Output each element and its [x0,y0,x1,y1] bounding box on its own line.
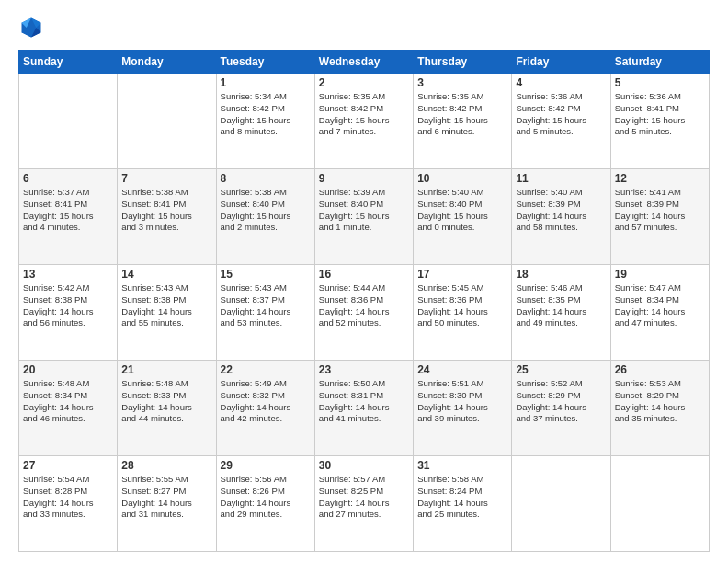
day-number: 8 [221,172,311,185]
day-number: 12 [615,172,705,185]
calendar-cell: 11Sunrise: 5:40 AM Sunset: 8:39 PM Dayli… [512,169,610,265]
calendar-cell: 21Sunrise: 5:48 AM Sunset: 8:33 PM Dayli… [118,361,216,456]
calendar-cell: 16Sunrise: 5:44 AM Sunset: 8:36 PM Dayli… [314,265,413,361]
day-info: Sunrise: 5:49 AM Sunset: 8:32 PM Dayligh… [221,378,311,425]
day-info: Sunrise: 5:41 AM Sunset: 8:39 PM Dayligh… [615,187,705,234]
day-info: Sunrise: 5:53 AM Sunset: 8:29 PM Dayligh… [615,378,705,425]
calendar-cell: 30Sunrise: 5:57 AM Sunset: 8:25 PM Dayli… [314,456,413,552]
calendar-cell [610,456,709,552]
day-number: 31 [417,459,507,472]
day-number: 7 [121,172,211,185]
day-number: 28 [121,459,211,472]
calendar-week-row: 13Sunrise: 5:42 AM Sunset: 8:38 PM Dayli… [19,265,710,361]
day-number: 6 [23,172,113,185]
calendar-cell: 7Sunrise: 5:38 AM Sunset: 8:41 PM Daylig… [118,169,216,265]
weekday-header: Friday [512,51,610,74]
calendar-cell: 26Sunrise: 5:53 AM Sunset: 8:29 PM Dayli… [610,361,709,456]
calendar-cell: 8Sunrise: 5:38 AM Sunset: 8:40 PM Daylig… [216,169,314,265]
day-number: 24 [417,363,507,376]
calendar-cell: 20Sunrise: 5:48 AM Sunset: 8:34 PM Dayli… [19,361,118,456]
day-info: Sunrise: 5:36 AM Sunset: 8:42 PM Dayligh… [516,91,606,138]
day-info: Sunrise: 5:52 AM Sunset: 8:29 PM Dayligh… [516,378,606,425]
logo-icon [18,15,44,40]
day-number: 11 [516,172,606,185]
calendar-cell: 3Sunrise: 5:35 AM Sunset: 8:42 PM Daylig… [414,74,512,169]
calendar-cell: 29Sunrise: 5:56 AM Sunset: 8:26 PM Dayli… [216,456,314,552]
day-info: Sunrise: 5:48 AM Sunset: 8:34 PM Dayligh… [23,378,113,425]
day-number: 21 [121,363,211,376]
calendar-cell: 25Sunrise: 5:52 AM Sunset: 8:29 PM Dayli… [512,361,610,456]
weekday-header: Sunday [19,51,118,74]
day-number: 26 [615,363,705,376]
day-number: 3 [417,76,507,89]
day-info: Sunrise: 5:38 AM Sunset: 8:41 PM Dayligh… [121,187,211,234]
day-info: Sunrise: 5:42 AM Sunset: 8:38 PM Dayligh… [23,282,113,329]
day-number: 22 [221,363,311,376]
calendar-cell [512,456,610,552]
day-number: 9 [319,172,409,185]
day-info: Sunrise: 5:45 AM Sunset: 8:36 PM Dayligh… [417,282,507,329]
calendar-cell: 19Sunrise: 5:47 AM Sunset: 8:34 PM Dayli… [610,265,709,361]
day-info: Sunrise: 5:51 AM Sunset: 8:30 PM Dayligh… [417,378,507,425]
day-info: Sunrise: 5:46 AM Sunset: 8:35 PM Dayligh… [516,282,606,329]
day-info: Sunrise: 5:47 AM Sunset: 8:34 PM Dayligh… [615,282,705,329]
calendar-cell: 23Sunrise: 5:50 AM Sunset: 8:31 PM Dayli… [314,361,413,456]
calendar-cell: 1Sunrise: 5:34 AM Sunset: 8:42 PM Daylig… [216,74,314,169]
calendar-week-row: 27Sunrise: 5:54 AM Sunset: 8:28 PM Dayli… [19,456,710,552]
calendar-cell: 27Sunrise: 5:54 AM Sunset: 8:28 PM Dayli… [19,456,118,552]
calendar-cell: 5Sunrise: 5:36 AM Sunset: 8:41 PM Daylig… [610,74,709,169]
day-number: 18 [516,268,606,281]
day-info: Sunrise: 5:38 AM Sunset: 8:40 PM Dayligh… [221,187,311,234]
day-number: 13 [23,268,113,281]
day-info: Sunrise: 5:54 AM Sunset: 8:28 PM Dayligh… [23,474,113,521]
day-info: Sunrise: 5:44 AM Sunset: 8:36 PM Dayligh… [319,282,409,329]
day-number: 30 [319,459,409,472]
day-info: Sunrise: 5:50 AM Sunset: 8:31 PM Dayligh… [319,378,409,425]
day-info: Sunrise: 5:43 AM Sunset: 8:38 PM Dayligh… [121,282,211,329]
weekday-header: Monday [118,51,216,74]
day-number: 1 [221,76,311,89]
day-info: Sunrise: 5:36 AM Sunset: 8:41 PM Dayligh… [615,91,705,138]
day-number: 17 [417,268,507,281]
calendar-cell: 18Sunrise: 5:46 AM Sunset: 8:35 PM Dayli… [512,265,610,361]
calendar-cell: 2Sunrise: 5:35 AM Sunset: 8:42 PM Daylig… [314,74,413,169]
weekday-header: Thursday [414,51,512,74]
day-info: Sunrise: 5:57 AM Sunset: 8:25 PM Dayligh… [319,474,409,521]
weekday-header-row: SundayMondayTuesdayWednesdayThursdayFrid… [19,51,710,74]
weekday-header: Tuesday [216,51,314,74]
day-number: 23 [319,363,409,376]
day-info: Sunrise: 5:43 AM Sunset: 8:37 PM Dayligh… [221,282,311,329]
calendar-cell: 12Sunrise: 5:41 AM Sunset: 8:39 PM Dayli… [610,169,709,265]
calendar-week-row: 6Sunrise: 5:37 AM Sunset: 8:41 PM Daylig… [19,169,710,265]
header [18,15,710,40]
calendar-week-row: 20Sunrise: 5:48 AM Sunset: 8:34 PM Dayli… [19,361,710,456]
day-info: Sunrise: 5:48 AM Sunset: 8:33 PM Dayligh… [121,378,211,425]
day-number: 27 [23,459,113,472]
logo [18,15,48,40]
day-info: Sunrise: 5:40 AM Sunset: 8:40 PM Dayligh… [417,187,507,234]
weekday-header: Saturday [610,51,709,74]
calendar-cell: 31Sunrise: 5:58 AM Sunset: 8:24 PM Dayli… [414,456,512,552]
calendar-cell: 9Sunrise: 5:39 AM Sunset: 8:40 PM Daylig… [314,169,413,265]
calendar-week-row: 1Sunrise: 5:34 AM Sunset: 8:42 PM Daylig… [19,74,710,169]
day-info: Sunrise: 5:58 AM Sunset: 8:24 PM Dayligh… [417,474,507,521]
calendar: SundayMondayTuesdayWednesdayThursdayFrid… [18,50,710,552]
calendar-cell: 15Sunrise: 5:43 AM Sunset: 8:37 PM Dayli… [216,265,314,361]
day-number: 25 [516,363,606,376]
page: SundayMondayTuesdayWednesdayThursdayFrid… [0,0,728,563]
calendar-cell: 17Sunrise: 5:45 AM Sunset: 8:36 PM Dayli… [414,265,512,361]
day-number: 2 [319,76,409,89]
calendar-cell: 22Sunrise: 5:49 AM Sunset: 8:32 PM Dayli… [216,361,314,456]
calendar-cell: 24Sunrise: 5:51 AM Sunset: 8:30 PM Dayli… [414,361,512,456]
calendar-cell: 14Sunrise: 5:43 AM Sunset: 8:38 PM Dayli… [118,265,216,361]
calendar-cell [118,74,216,169]
day-number: 29 [221,459,311,472]
calendar-cell: 10Sunrise: 5:40 AM Sunset: 8:40 PM Dayli… [414,169,512,265]
day-info: Sunrise: 5:56 AM Sunset: 8:26 PM Dayligh… [221,474,311,521]
day-number: 10 [417,172,507,185]
day-number: 19 [615,268,705,281]
day-number: 14 [121,268,211,281]
calendar-cell [19,74,118,169]
day-info: Sunrise: 5:35 AM Sunset: 8:42 PM Dayligh… [319,91,409,138]
day-info: Sunrise: 5:35 AM Sunset: 8:42 PM Dayligh… [417,91,507,138]
